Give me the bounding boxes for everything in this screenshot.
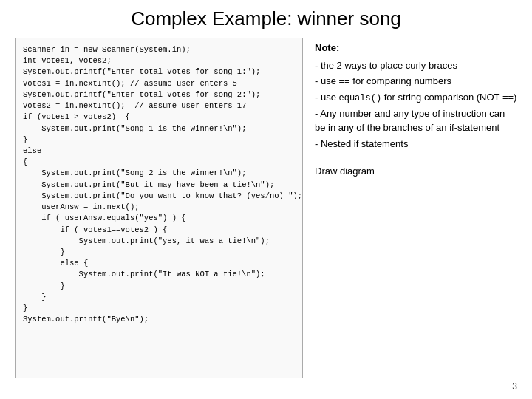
code-line: System.out.print("Song 2 is the winner!\… [23,168,295,179]
note-item: - Any number and any type of instruction… [315,106,517,135]
code-line: votes2 = in.nextInt(); // assume user en… [23,100,295,112]
note-item: - the 2 ways to place curly braces [315,58,517,73]
note-item: - use == for comparing numbers [315,74,517,89]
code-line: { [23,157,295,168]
code-line: userAnsw = in.next(); [23,202,295,213]
code-line: Scanner in = new Scanner(System.in); [23,44,295,55]
note-items-container: - the 2 ways to place curly braces- use … [315,58,517,153]
code-line: if ( userAnsw.equals("yes") ) { [23,213,295,224]
code-line: else [23,146,295,157]
code-line: System.out.print("But it may have been a… [23,180,295,191]
code-line: } [23,281,295,292]
code-line: } [23,134,295,146]
page-number: 3 [15,381,517,392]
note-label: Note: [315,41,517,55]
code-line: System.out.print("Song 1 is the winner!\… [23,123,295,134]
note-item: - Nested if statements [315,137,517,151]
content-row: Scanner in = new Scanner(System.in);int … [15,38,517,378]
code-line: System.out.print("Do you want to know th… [23,191,295,202]
code-line: } [23,303,295,314]
note-item: - use equals() for string comparison (NO… [315,90,517,105]
code-line: if ( votes1==votes2 ) { [23,225,295,236]
code-line: else { [23,258,295,269]
code-line: System.out.print("yes, it was a tie!\n")… [23,236,295,247]
code-line: System.out.print("It was NOT a tie!\n"); [23,269,295,280]
draw-diagram: Draw diagram [315,164,517,179]
notes-panel: Note: - the 2 ways to place curly braces… [315,38,517,378]
code-panel: Scanner in = new Scanner(System.in);int … [15,38,303,378]
page: Complex Example: winner song Scanner in … [0,0,532,399]
code-line: System.out.printf("Enter total votes for… [23,66,295,78]
code-line: } [23,247,295,258]
page-title: Complex Example: winner song [15,7,517,30]
code-line: votes1 = in.nextInt(); // assume user en… [23,78,295,89]
code-line: System.out.printf("Bye\n"); [23,314,295,325]
code-line: int votes1, votes2; [23,55,295,66]
code-line: } [23,292,295,303]
code-line: System.out.printf("Enter total votes for… [23,89,295,100]
code-line: if (votes1 > votes2) { [23,112,295,123]
